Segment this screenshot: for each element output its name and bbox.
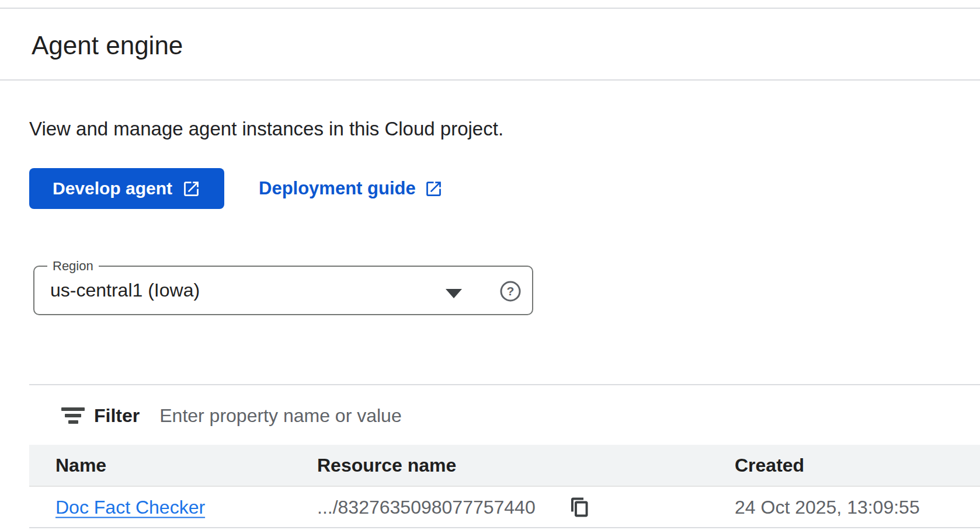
agent-name-link[interactable]: Doc Fact Checker <box>55 496 205 517</box>
created-value: 24 Oct 2025, 13:09:55 <box>735 496 920 518</box>
open-in-new-icon <box>424 179 443 198</box>
page-title: Agent engine <box>32 30 183 61</box>
top-divider <box>0 8 980 9</box>
filter-icon <box>60 407 86 424</box>
column-header-resource-name: Resource name <box>317 455 456 476</box>
column-header-name: Name <box>55 455 106 476</box>
dropdown-arrow-icon <box>446 288 462 298</box>
page-description: View and manage agent instances in this … <box>29 117 503 141</box>
table-header-row: Name Resource name Created <box>29 445 980 486</box>
deployment-guide-link[interactable]: Deployment guide <box>259 168 443 209</box>
region-help-button[interactable]: ? <box>492 273 529 309</box>
region-select-value: us-central1 (Iowa) <box>50 280 200 301</box>
resource-name-value: .../8327635098077757440 <box>317 496 536 518</box>
title-divider <box>0 79 980 81</box>
agent-engine-page: Agent engine View and manage agent insta… <box>0 0 980 530</box>
svg-text:?: ? <box>507 284 515 298</box>
open-in-new-icon <box>182 179 201 198</box>
region-select[interactable]: Region us-central1 (Iowa) ? <box>33 266 533 315</box>
develop-agent-button-label: Develop agent <box>53 179 172 198</box>
help-icon: ? <box>499 280 522 302</box>
region-select-label: Region <box>47 258 99 274</box>
copy-resource-name-button[interactable] <box>567 494 593 521</box>
filter-label[interactable]: Filter <box>94 405 140 427</box>
develop-agent-button[interactable]: Develop agent <box>29 168 224 209</box>
filter-divider <box>29 384 980 385</box>
deployment-guide-label: Deployment guide <box>259 178 416 199</box>
copy-icon <box>569 496 590 519</box>
filter-input[interactable] <box>159 402 980 430</box>
table-row: Doc Fact Checker .../8327635098077757440… <box>29 486 980 528</box>
filter-bar: Filter <box>29 395 980 437</box>
column-header-created: Created <box>735 455 804 476</box>
